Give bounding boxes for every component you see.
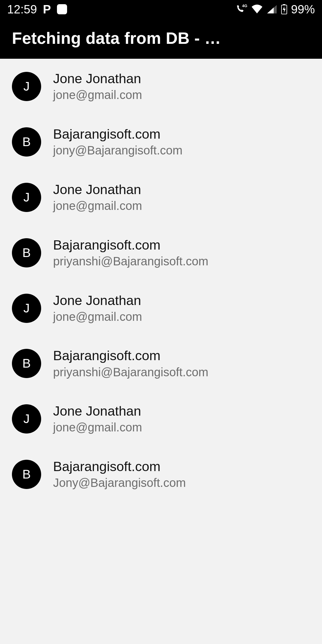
app-notification-icon <box>57 4 67 14</box>
list-item-text: Jone Jonathanjone@gmail.com <box>53 403 142 435</box>
status-bar: 12:59 P 4G 99% <box>0 0 322 18</box>
contact-name: Jone Jonathan <box>53 292 142 308</box>
contact-email: jone@gmail.com <box>53 309 142 324</box>
avatar: J <box>12 404 41 434</box>
cellular-signal-icon <box>267 4 277 14</box>
contact-email: Jony@Bajarangisoft.com <box>53 476 186 490</box>
status-right: 4G 99% <box>236 3 315 16</box>
status-time: 12:59 <box>7 3 37 16</box>
app-bar: Fetching data from DB - … <box>0 18 322 59</box>
svg-text:4G: 4G <box>242 4 247 8</box>
page-title: Fetching data from DB - … <box>12 29 221 48</box>
status-left: 12:59 P <box>7 3 67 16</box>
list-item[interactable]: BBajarangisoft.compriyanshi@Bajarangisof… <box>0 225 322 281</box>
list-item-text: Bajarangisoft.compriyanshi@Bajarangisoft… <box>53 237 208 269</box>
list-item[interactable]: BBajarangisoft.comjony@Bajarangisoft.com <box>0 114 322 170</box>
list-item-text: Bajarangisoft.comjony@Bajarangisoft.com <box>53 126 182 158</box>
list-item-text: Jone Jonathanjone@gmail.com <box>53 71 142 102</box>
avatar: J <box>12 294 41 323</box>
call-4g-icon: 4G <box>236 4 247 14</box>
contact-name: Jone Jonathan <box>53 182 142 197</box>
avatar: J <box>12 72 41 101</box>
list-item[interactable]: JJone Jonathanjone@gmail.com <box>0 281 322 336</box>
list-item-text: Bajarangisoft.comJony@Bajarangisoft.com <box>53 459 186 490</box>
list-item[interactable]: JJone Jonathanjone@gmail.com <box>0 170 322 225</box>
contact-name: Jone Jonathan <box>53 403 142 419</box>
contact-name: Bajarangisoft.com <box>53 459 186 474</box>
avatar: B <box>12 238 41 267</box>
avatar: J <box>12 183 41 212</box>
contact-email: jone@gmail.com <box>53 199 142 213</box>
list-item[interactable]: BBajarangisoft.compriyanshi@Bajarangisof… <box>0 336 322 391</box>
contact-email: jone@gmail.com <box>53 88 142 102</box>
list-item[interactable]: JJone Jonathanjone@gmail.com <box>0 391 322 447</box>
svg-rect-2 <box>283 4 285 5</box>
wifi-icon <box>251 4 263 14</box>
battery-charging-icon <box>281 4 287 15</box>
app-notification-icon: P <box>43 3 51 16</box>
avatar: B <box>12 460 41 489</box>
contact-name: Bajarangisoft.com <box>53 126 182 142</box>
contact-name: Bajarangisoft.com <box>53 348 208 363</box>
list-item-text: Jone Jonathanjone@gmail.com <box>53 182 142 213</box>
list-item-text: Bajarangisoft.compriyanshi@Bajarangisoft… <box>53 348 208 379</box>
contact-email: jony@Bajarangisoft.com <box>53 143 182 158</box>
battery-percentage: 99% <box>291 3 315 16</box>
avatar: B <box>12 349 41 378</box>
contact-email: jone@gmail.com <box>53 420 142 435</box>
list-item-text: Jone Jonathanjone@gmail.com <box>53 292 142 324</box>
list-item[interactable]: BBajarangisoft.comJony@Bajarangisoft.com <box>0 447 322 502</box>
list-item[interactable]: JJone Jonathanjone@gmail.com <box>0 59 322 114</box>
contact-name: Bajarangisoft.com <box>53 237 208 253</box>
contact-list[interactable]: JJone Jonathanjone@gmail.comBBajarangiso… <box>0 59 322 502</box>
avatar: B <box>12 127 41 157</box>
contact-email: priyanshi@Bajarangisoft.com <box>53 365 208 380</box>
contact-email: priyanshi@Bajarangisoft.com <box>53 254 208 269</box>
contact-name: Jone Jonathan <box>53 71 142 86</box>
